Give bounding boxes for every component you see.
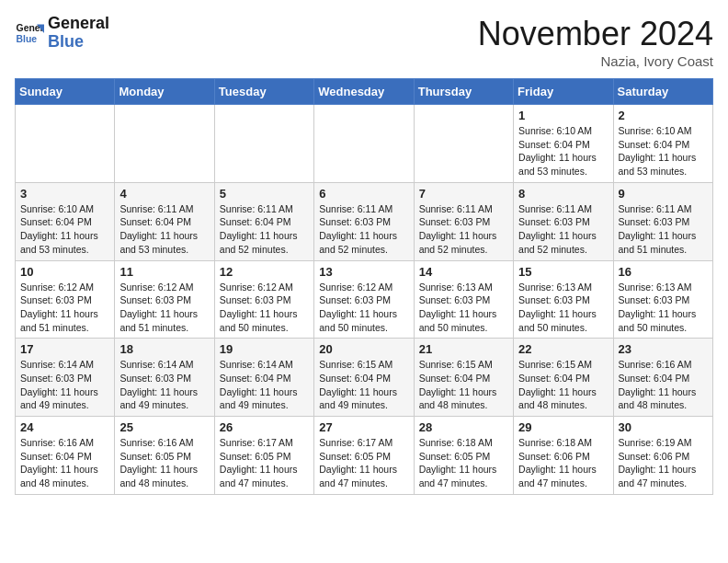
calendar-cell: 20Sunrise: 6:15 AM Sunset: 6:04 PM Dayli… [314, 339, 414, 417]
week-row-1: 1Sunrise: 6:10 AM Sunset: 6:04 PM Daylig… [16, 105, 713, 183]
calendar-cell: 9Sunrise: 6:11 AM Sunset: 6:03 PM Daylig… [613, 182, 712, 260]
calendar-cell: 7Sunrise: 6:11 AM Sunset: 6:03 PM Daylig… [414, 182, 513, 260]
day-info: Sunrise: 6:19 AM Sunset: 6:06 PM Dayligh… [619, 436, 708, 490]
day-info: Sunrise: 6:12 AM Sunset: 6:03 PM Dayligh… [220, 281, 309, 335]
calendar-cell: 22Sunrise: 6:15 AM Sunset: 6:04 PM Dayli… [514, 339, 613, 417]
day-number: 14 [419, 265, 508, 279]
calendar-cell: 2Sunrise: 6:10 AM Sunset: 6:04 PM Daylig… [613, 105, 712, 183]
month-title: November 2024 [478, 15, 713, 53]
day-info: Sunrise: 6:14 AM Sunset: 6:03 PM Dayligh… [20, 358, 109, 412]
day-number: 3 [20, 187, 109, 201]
calendar-cell [314, 105, 414, 183]
calendar-cell: 14Sunrise: 6:13 AM Sunset: 6:03 PM Dayli… [414, 260, 513, 339]
day-number: 10 [20, 265, 109, 279]
day-number: 24 [20, 420, 109, 434]
day-number: 6 [319, 187, 408, 201]
day-number: 2 [619, 109, 708, 122]
day-info: Sunrise: 6:15 AM Sunset: 6:04 PM Dayligh… [419, 358, 508, 412]
day-info: Sunrise: 6:18 AM Sunset: 6:06 PM Dayligh… [518, 436, 608, 490]
day-info: Sunrise: 6:15 AM Sunset: 6:04 PM Dayligh… [518, 358, 608, 412]
day-info: Sunrise: 6:11 AM Sunset: 6:03 PM Dayligh… [619, 202, 708, 257]
day-info: Sunrise: 6:11 AM Sunset: 6:03 PM Dayligh… [419, 202, 508, 257]
day-number: 12 [220, 265, 309, 279]
day-info: Sunrise: 6:12 AM Sunset: 6:03 PM Dayligh… [319, 281, 408, 335]
calendar-cell: 28Sunrise: 6:18 AM Sunset: 6:05 PM Dayli… [414, 417, 513, 495]
week-row-2: 3Sunrise: 6:10 AM Sunset: 6:04 PM Daylig… [16, 182, 713, 260]
calendar-cell: 30Sunrise: 6:19 AM Sunset: 6:06 PM Dayli… [613, 417, 712, 495]
calendar-cell: 18Sunrise: 6:14 AM Sunset: 6:03 PM Dayli… [115, 339, 214, 417]
calendar-cell: 16Sunrise: 6:13 AM Sunset: 6:03 PM Dayli… [613, 260, 712, 339]
day-number: 11 [119, 265, 209, 279]
logo-line1: General [48, 15, 109, 33]
weekday-header-row: SundayMondayTuesdayWednesdayThursdayFrid… [16, 79, 713, 105]
day-number: 23 [619, 342, 708, 356]
week-row-4: 17Sunrise: 6:14 AM Sunset: 6:03 PM Dayli… [16, 339, 713, 417]
day-number: 20 [319, 342, 408, 356]
calendar-cell: 8Sunrise: 6:11 AM Sunset: 6:03 PM Daylig… [514, 182, 613, 260]
calendar-cell: 25Sunrise: 6:16 AM Sunset: 6:05 PM Dayli… [115, 417, 214, 495]
day-info: Sunrise: 6:11 AM Sunset: 6:03 PM Dayligh… [319, 202, 408, 257]
calendar-cell: 17Sunrise: 6:14 AM Sunset: 6:03 PM Dayli… [16, 339, 115, 417]
day-info: Sunrise: 6:13 AM Sunset: 6:03 PM Dayligh… [518, 281, 608, 335]
weekday-header-saturday: Saturday [613, 79, 712, 105]
calendar-cell: 27Sunrise: 6:17 AM Sunset: 6:05 PM Dayli… [314, 417, 414, 495]
calendar-cell: 24Sunrise: 6:16 AM Sunset: 6:04 PM Dayli… [16, 417, 115, 495]
calendar-cell: 21Sunrise: 6:15 AM Sunset: 6:04 PM Dayli… [414, 339, 513, 417]
calendar-cell: 5Sunrise: 6:11 AM Sunset: 6:04 PM Daylig… [214, 182, 313, 260]
day-number: 1 [518, 109, 608, 122]
day-info: Sunrise: 6:14 AM Sunset: 6:03 PM Dayligh… [119, 358, 209, 412]
calendar-cell: 23Sunrise: 6:16 AM Sunset: 6:04 PM Dayli… [613, 339, 712, 417]
location: Nazia, Ivory Coast [478, 53, 713, 69]
weekday-header-thursday: Thursday [414, 79, 513, 105]
calendar-cell [16, 105, 115, 183]
calendar-cell: 10Sunrise: 6:12 AM Sunset: 6:03 PM Dayli… [16, 260, 115, 339]
calendar-cell: 12Sunrise: 6:12 AM Sunset: 6:03 PM Dayli… [214, 260, 313, 339]
day-number: 5 [220, 187, 309, 201]
calendar-cell: 6Sunrise: 6:11 AM Sunset: 6:03 PM Daylig… [314, 182, 414, 260]
day-info: Sunrise: 6:16 AM Sunset: 6:05 PM Dayligh… [119, 436, 209, 490]
week-row-5: 24Sunrise: 6:16 AM Sunset: 6:04 PM Dayli… [16, 417, 713, 495]
calendar-cell: 13Sunrise: 6:12 AM Sunset: 6:03 PM Dayli… [314, 260, 414, 339]
day-info: Sunrise: 6:12 AM Sunset: 6:03 PM Dayligh… [119, 281, 209, 335]
calendar-cell: 11Sunrise: 6:12 AM Sunset: 6:03 PM Dayli… [115, 260, 214, 339]
day-number: 25 [119, 420, 209, 434]
week-row-3: 10Sunrise: 6:12 AM Sunset: 6:03 PM Dayli… [16, 260, 713, 339]
logo-icon: General Blue [15, 18, 44, 48]
page-header: General Blue General Blue November 2024 … [15, 15, 713, 69]
day-number: 4 [119, 187, 209, 201]
day-number: 29 [518, 420, 608, 434]
calendar-cell: 3Sunrise: 6:10 AM Sunset: 6:04 PM Daylig… [16, 182, 115, 260]
calendar-cell [414, 105, 513, 183]
calendar-cell [115, 105, 214, 183]
calendar-cell: 29Sunrise: 6:18 AM Sunset: 6:06 PM Dayli… [514, 417, 613, 495]
day-number: 27 [319, 420, 408, 434]
logo-line2: Blue [48, 33, 109, 52]
day-number: 22 [518, 342, 608, 356]
calendar-cell: 19Sunrise: 6:14 AM Sunset: 6:04 PM Dayli… [214, 339, 313, 417]
day-info: Sunrise: 6:12 AM Sunset: 6:03 PM Dayligh… [20, 281, 109, 335]
calendar-table: SundayMondayTuesdayWednesdayThursdayFrid… [15, 78, 713, 495]
weekday-header-wednesday: Wednesday [314, 79, 414, 105]
day-number: 8 [518, 187, 608, 201]
day-number: 26 [220, 420, 309, 434]
day-number: 28 [419, 420, 508, 434]
calendar-cell: 26Sunrise: 6:17 AM Sunset: 6:05 PM Dayli… [214, 417, 313, 495]
weekday-header-monday: Monday [115, 79, 214, 105]
day-info: Sunrise: 6:10 AM Sunset: 6:04 PM Dayligh… [619, 124, 708, 178]
day-number: 16 [619, 265, 708, 279]
day-info: Sunrise: 6:13 AM Sunset: 6:03 PM Dayligh… [619, 281, 708, 335]
day-number: 17 [20, 342, 109, 356]
day-info: Sunrise: 6:11 AM Sunset: 6:04 PM Dayligh… [220, 202, 309, 257]
calendar-cell: 1Sunrise: 6:10 AM Sunset: 6:04 PM Daylig… [514, 105, 613, 183]
day-info: Sunrise: 6:13 AM Sunset: 6:03 PM Dayligh… [419, 281, 508, 335]
weekday-header-tuesday: Tuesday [214, 79, 313, 105]
day-number: 13 [319, 265, 408, 279]
day-info: Sunrise: 6:17 AM Sunset: 6:05 PM Dayligh… [220, 436, 309, 490]
day-info: Sunrise: 6:18 AM Sunset: 6:05 PM Dayligh… [419, 436, 508, 490]
day-number: 15 [518, 265, 608, 279]
day-number: 18 [119, 342, 209, 356]
weekday-header-sunday: Sunday [16, 79, 115, 105]
day-info: Sunrise: 6:16 AM Sunset: 6:04 PM Dayligh… [20, 436, 109, 490]
day-number: 9 [619, 187, 708, 201]
day-number: 30 [619, 420, 708, 434]
